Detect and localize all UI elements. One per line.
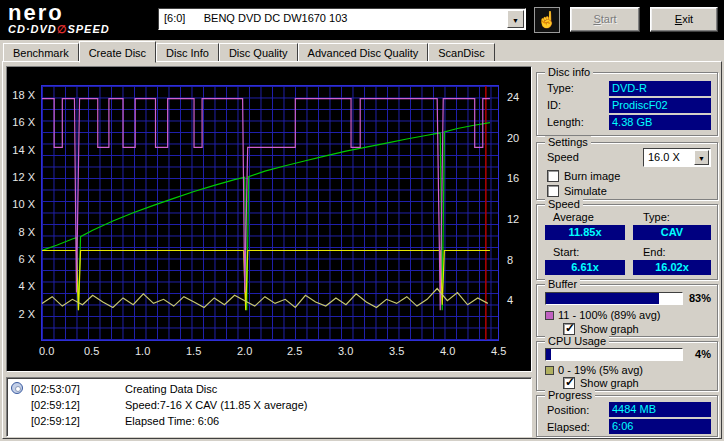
axis-tick-label: 4.0 bbox=[440, 345, 455, 357]
buffer-group-title: Buffer bbox=[545, 278, 580, 290]
settings-group: Settings Speed 16.0 X Burn image Simulat… bbox=[536, 142, 718, 200]
cpu-group-title: CPU Usage bbox=[545, 335, 609, 347]
writing-disc-icon bbox=[11, 382, 23, 394]
x-axis-labels: 0.00.51.01.52.02.53.03.54.04.5 bbox=[41, 345, 511, 359]
progress-group: Progress Position: 4484 MB Elapsed: 6:06 bbox=[536, 395, 718, 437]
wordmark-left: CD·DVD bbox=[8, 23, 57, 35]
buffer-progress-bar bbox=[545, 292, 683, 305]
simulate-option[interactable]: Simulate bbox=[547, 185, 607, 197]
log-message: Elapsed Time: 6:06 bbox=[95, 415, 529, 427]
axis-tick-label: 1.5 bbox=[186, 345, 201, 357]
cpu-show-graph-checkbox[interactable] bbox=[563, 377, 575, 389]
cpu-show-graph-option[interactable]: Show graph bbox=[563, 377, 639, 389]
log-message: Creating Data Disc bbox=[95, 383, 529, 395]
speed-group-title: Speed bbox=[545, 198, 583, 210]
tab-disc-info[interactable]: Disc Info bbox=[156, 43, 219, 62]
tab-benchmark[interactable]: Benchmark bbox=[3, 43, 79, 62]
elapsed-value: 6:06 bbox=[609, 419, 711, 434]
chevron-down-icon[interactable] bbox=[507, 10, 524, 28]
series-write-speed bbox=[42, 123, 490, 310]
chart-plot-area bbox=[41, 85, 499, 341]
buffer-show-graph-option[interactable]: Show graph bbox=[563, 323, 639, 335]
exit-button-label: Exit bbox=[651, 8, 717, 30]
start-speed-value: 6.61x bbox=[545, 260, 625, 275]
series-cpu-usage bbox=[42, 289, 488, 308]
buffer-show-graph-checkbox[interactable] bbox=[563, 323, 575, 335]
hand-pointer-icon bbox=[537, 15, 557, 27]
tab-advanced-disc-quality[interactable]: Advanced Disc Quality bbox=[298, 43, 429, 62]
top-toolbar: nero CD·DVD∅SPEED [6:0] BENQ DVD DC DW16… bbox=[0, 0, 724, 40]
log-timestamp: [02:59:12] bbox=[31, 399, 95, 411]
end-speed-label: End: bbox=[643, 246, 666, 258]
status-log: [02:53:07] Creating Data Disc [02:59:12]… bbox=[6, 377, 532, 437]
series-requested-speed bbox=[42, 251, 490, 311]
buffer-color-swatch-icon bbox=[545, 311, 554, 320]
tab-label: Create Disc bbox=[89, 47, 146, 59]
start-speed-label: Start: bbox=[553, 246, 579, 258]
axis-tick-label: 16 X bbox=[12, 116, 35, 128]
cpu-show-graph-label: Show graph bbox=[580, 377, 639, 389]
axis-tick-label: 14 X bbox=[12, 144, 35, 156]
position-value: 4484 MB bbox=[609, 402, 711, 417]
axis-tick-label: 6 X bbox=[18, 253, 35, 265]
axis-tick-label: 8 bbox=[507, 254, 513, 266]
start-button-label: Start bbox=[571, 8, 639, 30]
disc-type-label: Type: bbox=[547, 82, 574, 94]
disc-length-value: 4.38 GB bbox=[609, 115, 711, 130]
tab-label: Disc Quality bbox=[229, 47, 288, 59]
exit-button[interactable]: Exit bbox=[650, 7, 718, 32]
buffer-legend-text: 11 - 100% (89% avg) bbox=[558, 309, 661, 321]
position-label: Position: bbox=[547, 404, 589, 416]
cpu-color-swatch-icon bbox=[545, 366, 554, 375]
log-row: [02:59:12] Speed:7-16 X CAV (11.85 X ave… bbox=[11, 397, 529, 413]
cpu-usage-group: CPU Usage 4% 0 - 19% (5% avg) Show graph bbox=[536, 341, 718, 391]
axis-tick-label: 12 bbox=[507, 213, 519, 225]
tab-label: ScanDisc bbox=[438, 47, 484, 59]
axis-tick-label: 4 bbox=[507, 294, 513, 306]
disc-type-value: DVD-R bbox=[609, 81, 711, 96]
axis-tick-label: 18 X bbox=[12, 89, 35, 101]
burn-image-label: Burn image bbox=[564, 170, 620, 182]
buffer-legend: 11 - 100% (89% avg) bbox=[545, 309, 661, 321]
speed-select-dropdown[interactable]: 16.0 X bbox=[643, 148, 711, 167]
type-label: Type: bbox=[643, 211, 670, 223]
tab-scandisc[interactable]: ScanDisc bbox=[428, 43, 494, 62]
log-row: [02:53:07] Creating Data Disc bbox=[11, 381, 529, 397]
speed-setting-label: Speed bbox=[547, 151, 579, 163]
start-button[interactable]: Start bbox=[570, 7, 640, 32]
settings-title: Settings bbox=[545, 136, 591, 148]
axis-tick-label: 12 X bbox=[12, 171, 35, 183]
simulate-checkbox[interactable] bbox=[547, 185, 559, 197]
average-speed-value: 11.85x bbox=[545, 225, 625, 240]
axis-tick-label: 4.5 bbox=[491, 345, 506, 357]
cpu-legend: 0 - 19% (5% avg) bbox=[545, 364, 643, 376]
end-speed-value: 16.02x bbox=[633, 260, 711, 275]
tab-create-disc[interactable]: Create Disc bbox=[79, 41, 156, 63]
tab-label: Benchmark bbox=[13, 47, 69, 59]
cpu-progress-bar bbox=[545, 348, 683, 361]
average-label: Average bbox=[553, 211, 594, 223]
axis-tick-label: 8 X bbox=[18, 226, 35, 238]
tab-disc-quality[interactable]: Disc Quality bbox=[219, 43, 298, 62]
tab-bar: BenchmarkCreate DiscDisc InfoDisc Qualit… bbox=[0, 40, 724, 62]
axis-tick-label: 4 X bbox=[18, 280, 35, 292]
axis-tick-label: 1.0 bbox=[135, 345, 150, 357]
drive-select-value: [6:0] BENQ DVD DC DW1670 103 bbox=[164, 12, 347, 24]
progress-group-title: Progress bbox=[545, 389, 595, 401]
axis-tick-label: 10 X bbox=[12, 198, 35, 210]
buffer-percent-text: 83% bbox=[689, 292, 711, 304]
cpu-progress-fill bbox=[546, 349, 551, 360]
axis-tick-label: 2.0 bbox=[237, 345, 252, 357]
tab-label: Disc Info bbox=[166, 47, 209, 59]
chevron-down-icon[interactable] bbox=[694, 150, 709, 165]
burn-image-checkbox[interactable] bbox=[547, 170, 559, 182]
pointer-tool-button[interactable] bbox=[534, 7, 560, 33]
burn-image-option[interactable]: Burn image bbox=[547, 170, 620, 182]
write-speed-chart: 18 X16 X14 X12 X10 X8 X6 X4 X2 X 2420161… bbox=[6, 66, 532, 372]
log-timestamp: [02:59:12] bbox=[31, 415, 95, 427]
axis-tick-label: 24 bbox=[507, 91, 519, 103]
nero-logo: nero CD·DVD∅SPEED bbox=[8, 1, 110, 36]
drive-select-dropdown[interactable]: [6:0] BENQ DVD DC DW1670 103 bbox=[158, 8, 526, 30]
axis-tick-label: 3.0 bbox=[338, 345, 353, 357]
nero-brand-text: nero bbox=[8, 1, 110, 24]
